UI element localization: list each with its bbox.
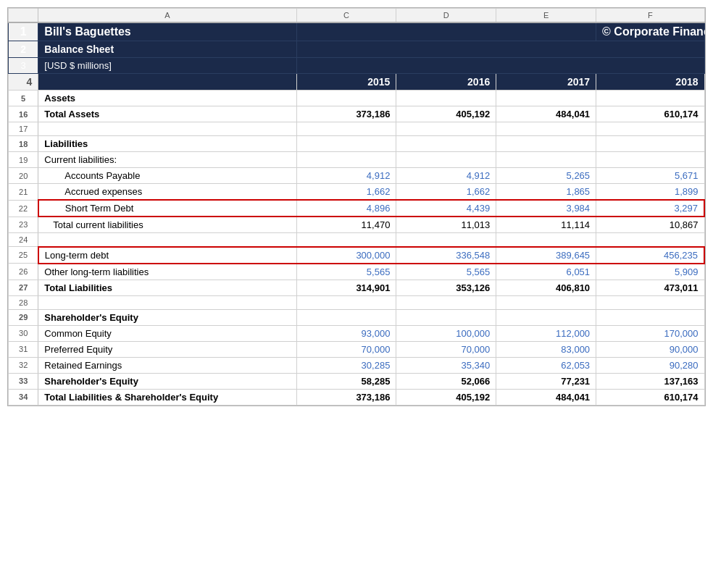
shareholders-equity-2016: 52,066 <box>396 373 496 389</box>
row24-a <box>38 233 296 247</box>
row17-c <box>296 122 396 136</box>
assets-label: Assets <box>38 91 296 106</box>
current-liabilities-label: Current liabilities: <box>38 152 296 168</box>
year-2018: 2018 <box>596 74 704 91</box>
other-long-term-2016: 5,565 <box>396 264 496 280</box>
long-term-debt-2018: 456,235 <box>596 247 704 264</box>
row5-f <box>596 91 704 106</box>
total-assets-row: 16 Total Assets 373,186 405,192 484,041 … <box>9 106 705 122</box>
other-long-term-liabilities-row: 26 Other long-term liabilities 5,565 5,5… <box>9 264 705 280</box>
spreadsheet: A C D E F 1 Bill's Baguettes © Corporate… <box>7 7 706 406</box>
preferred-equity-2017: 83,000 <box>496 341 596 357</box>
col-a-header: A <box>38 9 296 23</box>
short-term-debt-row: 22 Short Term Debt 4,896 4,439 3,984 3,2… <box>9 200 705 217</box>
row-num-33: 33 <box>9 373 38 389</box>
total-current-liabilities-2015: 11,470 <box>296 217 396 233</box>
row18-d <box>396 136 496 152</box>
row19-d <box>396 152 496 168</box>
row18-f <box>596 136 704 152</box>
row-num-19: 19 <box>9 152 38 168</box>
common-equity-row: 30 Common Equity 93,000 100,000 112,000 … <box>9 325 705 341</box>
long-term-debt-2017: 389,645 <box>496 247 596 264</box>
row28-d <box>396 295 496 309</box>
row5-e <box>496 91 596 106</box>
long-term-debt-2016: 336,548 <box>396 247 496 264</box>
year-row-label <box>38 74 296 91</box>
long-term-debt-2015: 300,000 <box>296 247 396 264</box>
row28-f <box>596 295 704 309</box>
row29-e <box>496 309 596 325</box>
row29-d <box>396 309 496 325</box>
row24-e <box>496 233 596 247</box>
long-term-debt-row: 25 Long-term debt 300,000 336,548 389,64… <box>9 247 705 264</box>
row-num-31: 31 <box>9 341 38 357</box>
total-liabilities-equity-row: 34 Total Liabilities & Shareholder's Equ… <box>9 389 705 405</box>
accrued-expenses-row: 21 Accrued expenses 1,662 1,662 1,865 1,… <box>9 184 705 201</box>
row-num-17: 17 <box>9 122 38 136</box>
year-2015: 2015 <box>296 74 396 91</box>
row-num-5: 5 <box>9 91 38 106</box>
year-2017: 2017 <box>496 74 596 91</box>
total-current-liabilities-label: Total current liabilities <box>38 217 296 233</box>
total-liabilities-equity-2017: 484,041 <box>496 389 596 405</box>
sheet-title: Balance Sheet <box>38 41 296 58</box>
col-f-header: F <box>596 9 704 23</box>
retained-earnings-label: Retained Earnings <box>38 357 296 373</box>
liabilities-section-row: 18 Liabilities <box>9 136 705 152</box>
short-term-debt-2018: 3,297 <box>596 200 704 217</box>
shareholders-equity-2015: 58,285 <box>296 373 396 389</box>
row5-d <box>396 91 496 106</box>
row19-c <box>296 152 396 168</box>
accounts-payable-2018: 5,671 <box>596 168 704 184</box>
row-num-16: 16 <box>9 106 38 122</box>
total-current-liabilities-2017: 11,114 <box>496 217 596 233</box>
retained-earnings-2015: 30,285 <box>296 357 396 373</box>
shareholders-equity-section-label: Shareholder's Equity <box>38 309 296 325</box>
short-term-debt-2017: 3,984 <box>496 200 596 217</box>
row17-a <box>38 122 296 136</box>
row-num-29: 29 <box>9 309 38 325</box>
row-num-23: 23 <box>9 217 38 233</box>
row-num-2: 2 <box>9 41 38 58</box>
total-current-liabilities-2016: 11,013 <box>396 217 496 233</box>
row-num-1: 1 <box>9 22 38 41</box>
accrued-expenses-label: Accrued expenses <box>38 184 296 201</box>
preferred-equity-2015: 70,000 <box>296 341 396 357</box>
short-term-debt-2016: 4,439 <box>396 200 496 217</box>
total-liabilities-equity-label: Total Liabilities & Shareholder's Equity <box>38 389 296 405</box>
retained-earnings-2017: 62,053 <box>496 357 596 373</box>
assets-section-row: 5 Assets <box>9 91 705 106</box>
row-num-3: 3 <box>9 58 38 74</box>
row-num-30: 30 <box>9 325 38 341</box>
total-liabilities-equity-2018: 610,174 <box>596 389 704 405</box>
row19-f <box>596 152 704 168</box>
short-term-debt-label: Short Term Debt <box>38 200 296 217</box>
year-2016: 2016 <box>396 74 496 91</box>
row-num-28: 28 <box>9 295 38 309</box>
row-num-20: 20 <box>9 168 38 184</box>
row-num-27: 27 <box>9 280 38 295</box>
shareholders-equity-total-row: 33 Shareholder's Equity 58,285 52,066 77… <box>9 373 705 389</box>
row3-empty <box>296 58 704 74</box>
accounts-payable-label: Accounts Payable <box>38 168 296 184</box>
shareholders-equity-2017: 77,231 <box>496 373 596 389</box>
total-liabilities-equity-2016: 405,192 <box>396 389 496 405</box>
other-long-term-2018: 5,909 <box>596 264 704 280</box>
preferred-equity-2016: 70,000 <box>396 341 496 357</box>
other-long-term-2017: 6,051 <box>496 264 596 280</box>
row28-c <box>296 295 396 309</box>
total-liabilities-label: Total Liabilities <box>38 280 296 295</box>
row-num-18: 18 <box>9 136 38 152</box>
long-term-debt-label: Long-term debt <box>38 247 296 264</box>
shareholders-equity-section-row: 29 Shareholder's Equity <box>9 309 705 325</box>
row29-f <box>596 309 704 325</box>
total-liabilities-2017: 406,810 <box>496 280 596 295</box>
other-long-term-2015: 5,565 <box>296 264 396 280</box>
accounts-payable-2017: 5,265 <box>496 168 596 184</box>
row24-f <box>596 233 704 247</box>
row-num-25: 25 <box>9 247 38 264</box>
year-header-row: 4 2015 2016 2017 2018 <box>9 74 705 91</box>
common-equity-2017: 112,000 <box>496 325 596 341</box>
title-row: 1 Bill's Baguettes © Corporate Finance I… <box>9 22 705 41</box>
retained-earnings-row: 32 Retained Earnings 30,285 35,340 62,05… <box>9 357 705 373</box>
